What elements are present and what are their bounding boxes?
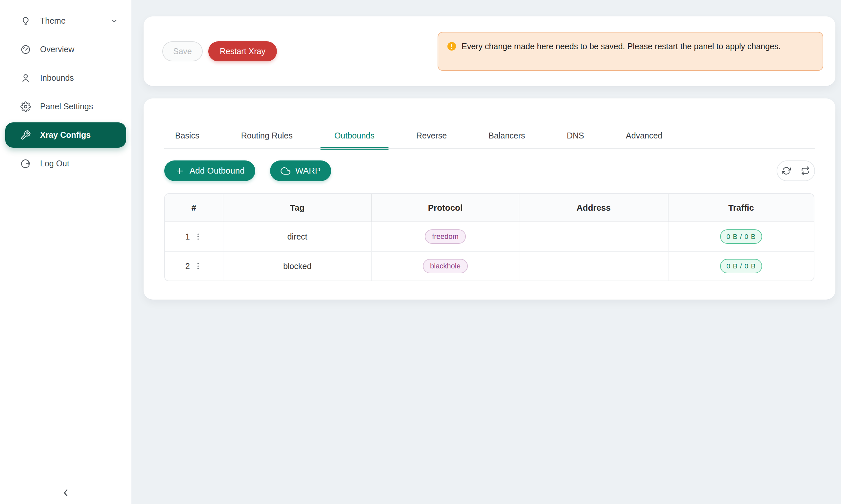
restart-warning-alert: Every change made here needs to be saved… — [437, 32, 823, 71]
add-outbound-button[interactable]: Add Outbound — [164, 160, 255, 181]
row-menu-icon[interactable] — [194, 262, 202, 270]
index-cell: 1 — [165, 222, 223, 251]
sidebar-item-xray-configs[interactable]: Xray Configs — [5, 122, 126, 148]
column-header-traffic: Traffic — [669, 194, 814, 221]
table-row: 2 blocked blackhole 0 B / 0 B — [165, 251, 814, 281]
warp-button[interactable]: WARP — [270, 160, 331, 181]
gear-icon — [20, 102, 31, 112]
column-header-tag: Tag — [223, 194, 372, 221]
cloud-icon — [280, 166, 290, 176]
sidebar-item-label: Xray Configs — [40, 130, 91, 140]
sidebar-item-label: Theme — [40, 16, 66, 25]
wrench-icon — [20, 130, 31, 141]
sidebar-item-overview[interactable]: Overview — [5, 37, 126, 62]
sidebar-item-label: Log Out — [40, 159, 69, 168]
row-index: 1 — [185, 232, 190, 241]
table-row: 1 direct freedom 0 B / 0 B — [165, 221, 814, 251]
protocol-cell: freedom — [372, 222, 519, 251]
tabs-divider — [164, 148, 815, 149]
row-menu-icon[interactable] — [194, 232, 202, 241]
plus-icon — [175, 166, 185, 176]
save-button[interactable]: Save — [162, 41, 203, 61]
outbounds-table: # Tag Protocol Address Traffic 1 direct … — [164, 193, 814, 281]
sidebar-nav: Theme Overview Inbounds — [0, 0, 132, 176]
traffic-cell: 0 B / 0 B — [669, 252, 814, 281]
index-cell: 2 — [165, 252, 223, 281]
repeat-icon — [801, 166, 810, 175]
chevron-down-icon — [110, 17, 118, 25]
table-header-row: # Tag Protocol Address Traffic — [165, 194, 814, 221]
save-restart-card: Save Restart Xray Every change made here… — [143, 16, 836, 86]
column-header-address: Address — [519, 194, 669, 221]
tab-outbounds[interactable]: Outbounds — [334, 131, 375, 141]
tag-cell: direct — [223, 222, 372, 251]
protocol-badge: blackhole — [423, 259, 468, 273]
refresh-icon — [782, 166, 791, 175]
table-tools-group — [777, 160, 815, 181]
warning-icon — [447, 41, 457, 51]
alert-message: Every change made here needs to be saved… — [462, 40, 780, 53]
tab-routing-rules[interactable]: Routing Rules — [241, 131, 293, 141]
tab-reverse[interactable]: Reverse — [416, 131, 447, 141]
user-icon — [20, 73, 31, 83]
sidebar: Theme Overview Inbounds — [0, 0, 132, 504]
row-index: 2 — [185, 262, 190, 271]
column-header-index: # — [165, 194, 223, 221]
traffic-cell: 0 B / 0 B — [669, 222, 814, 251]
config-tabs: Basics Routing Rules Outbounds Reverse B… — [164, 98, 815, 148]
tab-balancers[interactable]: Balancers — [488, 131, 525, 141]
tag-cell: blocked — [223, 252, 372, 281]
tab-dns[interactable]: DNS — [567, 131, 584, 141]
sidebar-item-panel-settings[interactable]: Panel Settings — [5, 94, 126, 119]
sidebar-item-label: Inbounds — [40, 73, 74, 83]
sidebar-collapse-button[interactable] — [60, 487, 72, 499]
sidebar-item-theme[interactable]: Theme — [5, 8, 126, 34]
sidebar-item-inbounds[interactable]: Inbounds — [5, 65, 126, 91]
xray-configs-card: Basics Routing Rules Outbounds Reverse B… — [143, 98, 836, 300]
column-header-protocol: Protocol — [372, 194, 519, 221]
tab-basics[interactable]: Basics — [175, 131, 200, 141]
tab-advanced[interactable]: Advanced — [626, 131, 662, 141]
address-cell — [519, 252, 669, 281]
lightbulb-icon — [20, 16, 31, 26]
repeat-button[interactable] — [796, 161, 815, 180]
logout-icon — [20, 159, 31, 169]
refresh-button[interactable] — [777, 161, 796, 180]
sidebar-item-label: Overview — [40, 44, 74, 54]
traffic-badge: 0 B / 0 B — [720, 259, 762, 273]
restart-xray-button[interactable]: Restart Xray — [208, 41, 277, 61]
address-cell — [519, 222, 669, 251]
sidebar-item-label: Panel Settings — [40, 102, 93, 111]
gauge-icon — [20, 44, 31, 55]
traffic-badge: 0 B / 0 B — [720, 229, 762, 244]
protocol-cell: blackhole — [372, 252, 519, 281]
protocol-badge: freedom — [425, 229, 466, 244]
sidebar-item-log-out[interactable]: Log Out — [5, 151, 126, 176]
table-body: 1 direct freedom 0 B / 0 B 2 — [165, 221, 814, 281]
